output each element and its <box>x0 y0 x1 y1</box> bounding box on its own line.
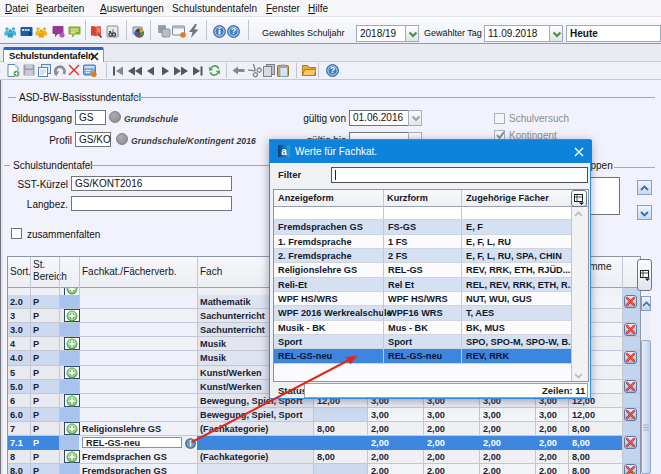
svg-text:a: a <box>281 146 287 157</box>
svg-text:?: ? <box>231 26 236 36</box>
svg-text:?: ? <box>330 65 335 75</box>
